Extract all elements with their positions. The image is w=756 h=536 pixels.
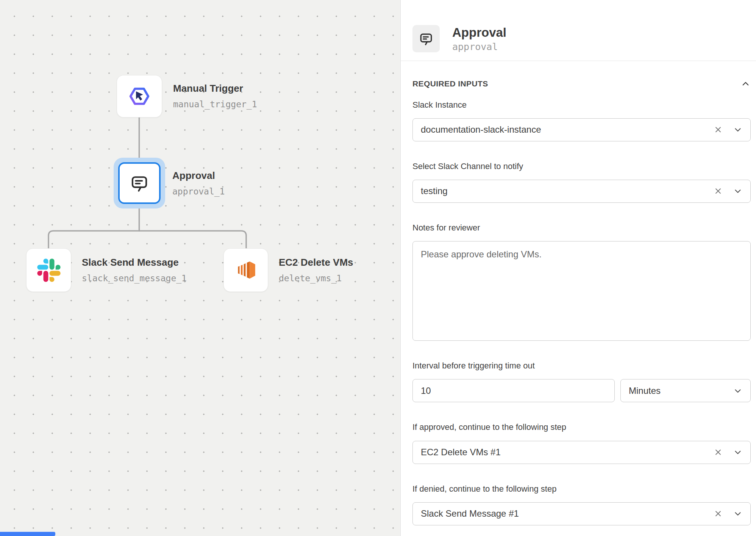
field-label: Interval before triggering time out	[412, 361, 751, 370]
node-label-ec2-delete-vms: EC2 Delete VMs delete_vms_1	[279, 248, 353, 291]
field-label: If approved, continue to the following s…	[412, 423, 751, 432]
node-title: EC2 Delete VMs	[279, 257, 353, 268]
if-approved-input[interactable]	[413, 447, 703, 458]
manual-trigger-hexagon-cursor-icon	[127, 84, 152, 109]
panel-title: Approval	[452, 26, 506, 39]
chevron-down-icon	[733, 447, 743, 457]
panel-body: REQUIRED INPUTS Slack Instance	[401, 61, 756, 536]
field-label: Notes for reviewer	[412, 223, 751, 232]
field-notes-for-reviewer: Notes for reviewer Please approve deleti…	[412, 223, 751, 341]
field-interval: Interval before triggering time out Minu…	[412, 361, 751, 402]
panel-header: Approval approval	[401, 0, 756, 61]
clear-button[interactable]	[713, 447, 723, 457]
node-label-slack-send-message: Slack Send Message slack_send_message_1	[82, 248, 187, 291]
slack-instance-combobox[interactable]	[412, 118, 751, 141]
dropdown-button[interactable]	[733, 447, 743, 457]
node-approval-selection-ring	[114, 158, 165, 208]
clear-x-icon	[713, 186, 723, 196]
chevron-up-icon	[740, 79, 751, 89]
clear-x-icon	[713, 447, 723, 457]
workflow-canvas[interactable]: Manual Trigger manual_trigger_1 Approval…	[0, 0, 400, 536]
if-denied-input[interactable]	[413, 508, 703, 519]
node-title: Manual Trigger	[173, 83, 257, 94]
slack-instance-input[interactable]	[413, 124, 703, 135]
field-slack-channel: Select Slack Channel to notify	[412, 162, 751, 203]
dropdown-button[interactable]	[733, 186, 743, 196]
panel-header-texts: Approval approval	[452, 26, 506, 52]
canvas-horizontal-scrollbar[interactable]	[0, 532, 55, 536]
interval-value-control[interactable]	[412, 379, 615, 402]
node-id: slack_send_message_1	[82, 273, 187, 283]
field-slack-instance: Slack Instance	[412, 100, 751, 141]
approval-comment-icon	[418, 30, 434, 47]
field-label: Slack Instance	[412, 100, 751, 110]
workflow-builder-app: Manual Trigger manual_trigger_1 Approval…	[0, 0, 756, 536]
dropdown-button[interactable]	[733, 125, 743, 135]
interval-value-input[interactable]	[413, 386, 607, 396]
if-denied-combobox[interactable]	[412, 502, 751, 525]
dropdown-button[interactable]	[733, 509, 743, 519]
slack-channel-combobox[interactable]	[412, 180, 751, 203]
collapse-section-button[interactable]	[740, 79, 751, 89]
if-approved-combobox[interactable]	[412, 441, 751, 464]
slack-logo-icon	[37, 259, 61, 282]
node-manual-trigger[interactable]	[117, 75, 162, 118]
node-title: Approval	[172, 170, 225, 182]
chevron-down-icon	[733, 125, 743, 135]
field-if-denied: If denied, continue to the following ste…	[412, 484, 751, 525]
approval-comment-icon	[128, 172, 150, 194]
node-slack-send-message[interactable]	[26, 248, 71, 292]
node-title: Slack Send Message	[82, 257, 187, 268]
node-ec2-delete-vms[interactable]	[223, 248, 268, 292]
interval-unit-value: Minutes	[621, 386, 661, 396]
clear-button[interactable]	[713, 509, 723, 519]
aws-ec2-icon	[233, 258, 258, 283]
node-id: approval_1	[172, 187, 225, 196]
chevron-down-icon	[733, 386, 743, 396]
panel-header-icon-tile	[412, 25, 440, 52]
field-if-approved: If approved, continue to the following s…	[412, 423, 751, 464]
panel-subtitle: approval	[452, 42, 506, 52]
node-approval[interactable]	[118, 162, 161, 204]
interval-row: Minutes	[412, 379, 751, 402]
required-inputs-section-header[interactable]: REQUIRED INPUTS	[412, 79, 751, 89]
step-config-panel: Approval approval REQUIRED INPUTS Slack …	[400, 0, 756, 536]
field-label: If denied, continue to the following ste…	[412, 484, 751, 494]
clear-button[interactable]	[713, 186, 723, 196]
chevron-down-icon	[733, 509, 743, 519]
clear-x-icon	[713, 125, 723, 135]
slack-channel-input[interactable]	[413, 186, 703, 196]
notes-for-reviewer-textarea[interactable]: Please approve deleting VMs.	[412, 241, 751, 341]
node-id: delete_vms_1	[279, 273, 353, 283]
chevron-down-icon	[733, 186, 743, 196]
clear-button[interactable]	[713, 125, 723, 135]
node-label-approval: Approval approval_1	[172, 158, 225, 208]
clear-x-icon	[713, 509, 723, 519]
field-label: Select Slack Channel to notify	[412, 162, 751, 171]
interval-unit-select[interactable]: Minutes	[620, 379, 751, 402]
section-title: REQUIRED INPUTS	[412, 79, 488, 88]
node-id: manual_trigger_1	[173, 99, 257, 109]
node-label-manual-trigger: Manual Trigger manual_trigger_1	[173, 75, 257, 117]
